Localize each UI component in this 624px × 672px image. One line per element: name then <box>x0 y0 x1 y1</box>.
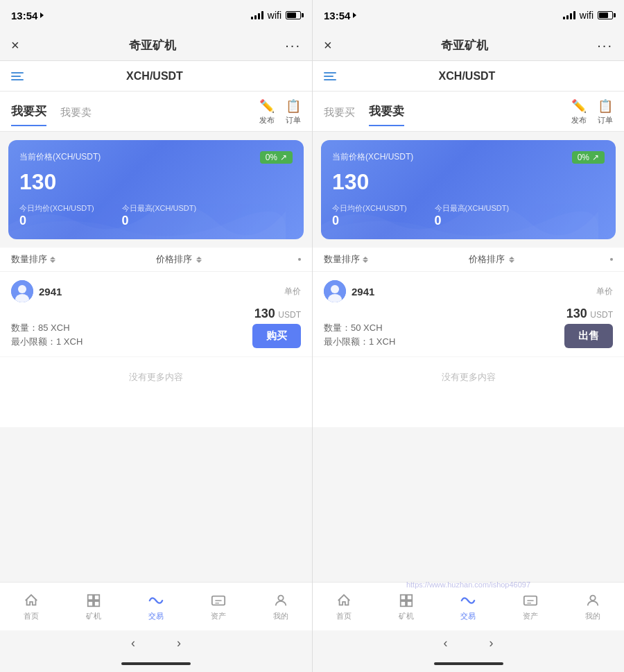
bottom-nav-home-label-right: 首页 <box>336 611 352 621</box>
location-arrow-right <box>353 12 356 18</box>
price-card-right: 当前价格(XCH/USDT) 0% ↗ 130 今日均价(XCH/USDT) 0… <box>321 140 616 239</box>
bottom-nav-trade-label-left: 交易 <box>148 611 164 621</box>
battery-icon-right <box>598 11 613 19</box>
order-min-right: 最小限额：1 XCH <box>324 336 395 348</box>
sort-arrows-price-right <box>509 257 514 263</box>
sort-arrows-qty-left <box>50 257 55 263</box>
bottom-nav-miner-right[interactable]: 矿机 <box>375 592 437 621</box>
sell-button-right[interactable]: 出售 <box>564 324 613 348</box>
tabs-actions-left: ✏️ 发布 📋 订单 <box>259 98 301 131</box>
order-price-unit-right: USDT <box>590 310 613 320</box>
svg-point-17 <box>590 595 595 600</box>
order-label-right: 订单 <box>598 115 613 126</box>
forward-arrow-left[interactable]: › <box>177 636 181 651</box>
price-card-left: 当前价格(XCH/USDT) 0% ↗ 130 今日均价(XCH/USDT) 0… <box>8 140 304 239</box>
status-time-right: 13:54 <box>324 10 356 21</box>
order-icon-left: 📋 <box>286 98 301 114</box>
sort-price-right[interactable]: 价格排序 <box>469 253 614 266</box>
sort-arrows-qty-right <box>363 257 368 263</box>
order-list-right: 2941 单价 数量：50 XCH 最小限额：1 XCH 130 USDT 出售 <box>313 272 624 427</box>
bottom-nav-home-right[interactable]: 首页 <box>313 592 375 621</box>
location-arrow-left <box>40 12 44 18</box>
order-userid-right: 2941 <box>352 286 374 298</box>
signal-icon-right <box>563 11 575 19</box>
order-details-right: 数量：50 XCH 最小限额：1 XCH <box>324 322 395 348</box>
bottom-nav-home-label-left: 首页 <box>24 611 39 621</box>
bottom-nav-miner-label-left: 矿机 <box>86 611 101 621</box>
bottom-nav-trade-left[interactable]: 交易 <box>125 592 187 621</box>
signal-icon-left <box>251 11 263 19</box>
publish-action-left[interactable]: ✏️ 发布 <box>259 98 275 126</box>
order-details-left: 数量：85 XCH 最小限额：1 XCH <box>11 322 83 348</box>
order-action-left[interactable]: 📋 订单 <box>286 98 301 126</box>
publish-action-right[interactable]: ✏️ 发布 <box>571 98 587 126</box>
bottom-nav-right: 首页 矿机 交易 <box>313 582 624 630</box>
nav-bar-right: × 奇亚矿机 ··· <box>313 31 624 61</box>
svg-point-8 <box>278 595 283 600</box>
price-label-right: 当前价格(XCH/USDT) <box>332 151 413 163</box>
status-icons-right: wifi <box>563 10 613 21</box>
sub-header-left: XCH/USDT <box>0 61 312 92</box>
hamburger-icon-right[interactable] <box>324 72 336 80</box>
avatar-right <box>324 280 346 302</box>
order-item-right: 2941 单价 数量：50 XCH 最小限额：1 XCH 130 USDT 出售 <box>313 272 624 357</box>
bottom-nav-asset-label-left: 资产 <box>211 611 226 621</box>
bottom-nav-trade-right[interactable]: 交易 <box>437 592 500 621</box>
status-bar-right: 13:54 wifi <box>313 0 624 31</box>
pair-title-right: XCH/USDT <box>336 70 598 83</box>
more-button-left[interactable]: ··· <box>285 37 301 53</box>
order-price-unit-left: USDT <box>278 310 301 320</box>
status-time-left: 13:54 <box>11 10 44 21</box>
order-icon-right: 📋 <box>598 98 613 114</box>
svg-rect-4 <box>94 594 99 599</box>
wifi-icon-right: wifi <box>580 10 593 21</box>
status-bar-left: 13:54 wifi <box>0 0 312 31</box>
pair-title-left: XCH/USDT <box>24 70 286 83</box>
tab-buy-right[interactable]: 我要买 <box>324 106 355 126</box>
price-card-header-left: 当前价格(XCH/USDT) 0% ↗ <box>19 151 293 164</box>
tab-sell-right[interactable]: 我要卖 <box>369 103 404 126</box>
tabs-area-left: 我要买 我要卖 ✏️ 发布 📋 订单 <box>0 92 312 132</box>
order-price-label-left: 单价 <box>284 286 301 298</box>
bottom-nav-mine-label-left: 我的 <box>273 611 288 621</box>
hamburger-icon-left[interactable] <box>11 72 24 80</box>
bottom-nav-asset-left[interactable]: 资产 <box>187 592 250 621</box>
back-arrow-right[interactable]: ‹ <box>444 636 448 651</box>
svg-point-10 <box>331 285 339 293</box>
order-action-right[interactable]: 📋 订单 <box>598 98 613 126</box>
order-user-right: 2941 <box>324 280 374 302</box>
bottom-nav-mine-left[interactable]: 我的 <box>250 592 312 621</box>
no-more-left: 没有更多内容 <box>0 357 312 397</box>
nav-arrows-right: ‹ › <box>313 630 624 655</box>
buy-button-left[interactable]: 购买 <box>252 324 301 348</box>
bottom-nav-asset-right[interactable]: 资产 <box>499 592 562 621</box>
tab-buy-left[interactable]: 我要买 <box>11 103 46 126</box>
bottom-nav-miner-label-right: 矿机 <box>399 611 414 621</box>
sort-quantity-left[interactable]: 数量排序 <box>11 253 156 266</box>
tab-sell-left[interactable]: 我要卖 <box>60 106 92 126</box>
bottom-nav-miner-left[interactable]: 矿机 <box>62 592 125 621</box>
sort-row-right: 数量排序 价格排序 <box>313 248 624 272</box>
order-qty-left: 数量：85 XCH <box>11 322 83 334</box>
order-min-left: 最小限额：1 XCH <box>11 336 83 348</box>
close-button-left[interactable]: × <box>11 37 19 53</box>
publish-label-right: 发布 <box>571 115 587 126</box>
more-button-right[interactable]: ··· <box>597 37 613 53</box>
sort-quantity-right[interactable]: 数量排序 <box>324 253 469 266</box>
bottom-nav-home-left[interactable]: 首页 <box>0 592 62 621</box>
bottom-nav-asset-label-right: 资产 <box>523 611 538 621</box>
tabs-area-right: 我要买 我要卖 ✏️ 发布 📋 订单 <box>313 92 624 132</box>
sub-header-right: XCH/USDT <box>313 61 624 92</box>
battery-icon-left <box>286 11 301 19</box>
sort-price-left[interactable]: 价格排序 <box>156 253 301 266</box>
bottom-nav-mine-right[interactable]: 我的 <box>562 592 624 621</box>
back-arrow-left[interactable]: ‹ <box>131 636 135 651</box>
price-main-left: 130 <box>19 169 293 195</box>
publish-icon-left: ✏️ <box>259 98 275 114</box>
close-button-right[interactable]: × <box>324 37 332 53</box>
svg-rect-5 <box>88 601 93 605</box>
forward-arrow-right[interactable]: › <box>489 636 494 651</box>
publish-icon-right: ✏️ <box>571 98 587 114</box>
sort-dot-left <box>298 258 301 261</box>
price-label-left: 当前价格(XCH/USDT) <box>19 151 101 163</box>
